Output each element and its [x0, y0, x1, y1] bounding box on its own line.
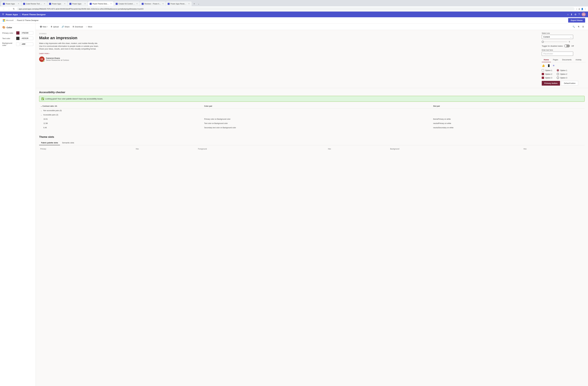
primary-color-swatch[interactable]: [16, 31, 20, 35]
share-icon: 🔗: [62, 25, 64, 28]
toggle-switch[interactable]: [564, 44, 570, 47]
tab-close-1[interactable]: ✕: [43, 2, 45, 5]
checkbox-0[interactable]: [542, 69, 544, 72]
success-icon: ✅: [41, 97, 44, 100]
more-button[interactable]: ··· More: [85, 25, 93, 29]
url-input[interactable]: [17, 7, 575, 11]
tab-favicon-7: [168, 3, 170, 5]
tab-close-2[interactable]: ✕: [64, 2, 66, 5]
theme-slots-section: Theme slots Fabric palette slots Semanti…: [36, 133, 588, 153]
tab-1[interactable]: Code Review Tool Experim... ✕: [21, 1, 47, 6]
tab-home[interactable]: Home: [542, 58, 551, 62]
topbar-home-icon[interactable]: ⌂: [567, 13, 568, 16]
acc-chevron-group-0[interactable]: ⌄: [41, 110, 42, 112]
settings-icon[interactable]: ✳: [553, 64, 555, 67]
tab-close-7[interactable]: ✕: [188, 2, 190, 5]
slider-input[interactable]: [542, 41, 567, 42]
preview-body: Make a big impression with this clean, m…: [39, 42, 99, 50]
menu-icon[interactable]: ⋮: [584, 8, 586, 10]
bg-color-swatch[interactable]: [16, 42, 20, 46]
list-toolbar-button[interactable]: ☰: [581, 25, 585, 29]
success-banner: ✅ Looking good! Your color palette doesn…: [39, 96, 585, 102]
text-input[interactable]: [542, 52, 573, 56]
select-one[interactable]: Content ⌄: [542, 35, 573, 39]
profile-icon[interactable]: 👤: [581, 8, 584, 10]
tab-label-3: Power Apps: [72, 3, 83, 5]
forward-button[interactable]: →: [7, 7, 11, 11]
select-chevron-icon: ⌄: [570, 36, 572, 38]
acc-ratio-2: 6.46: [39, 126, 203, 130]
tab-documents[interactable]: Documents: [560, 58, 574, 62]
tab-favicon-4: [90, 3, 92, 5]
download-button[interactable]: ⬇ Download: [71, 25, 84, 29]
mobile-icon[interactable]: 📱: [547, 64, 550, 67]
tab-pages[interactable]: Pages: [551, 58, 560, 62]
refresh-button[interactable]: ↻: [12, 7, 16, 11]
text-color-swatch[interactable]: [16, 37, 20, 40]
address-bar: ← → ↻ ☆ ⊕ 👤 ⋮: [0, 6, 588, 12]
tab-6[interactable]: Reviews – Power Apps ✕: [140, 1, 166, 6]
tab-label-1: Code Review Tool Experim...: [26, 3, 43, 5]
radio-0[interactable]: [557, 69, 559, 72]
new-tab-button[interactable]: ＋: [192, 1, 196, 6]
topbar-avatar[interactable]: PU: [582, 12, 586, 16]
bookmark-icon[interactable]: ☆: [576, 8, 578, 10]
back-button[interactable]: ←: [2, 7, 6, 11]
slots-tab-fabric[interactable]: Fabric palette slots: [39, 140, 60, 145]
toggle-state: Off: [571, 45, 574, 47]
checkbox-group: Option 1 ✓ Option 2 ✓ Option 3: [542, 69, 552, 79]
radio-2[interactable]: [557, 77, 559, 79]
slots-tabs: Fabric palette slots Semantic slots: [39, 140, 585, 145]
tab-7[interactable]: Power Apps Review Tool ... ✕: [166, 1, 192, 6]
preview-panel: STORIES Make an impression Make a big im…: [36, 30, 539, 65]
upload-button[interactable]: ⬆ Upload: [49, 25, 60, 29]
topbar-download-icon[interactable]: ⬇: [570, 13, 572, 16]
tab-close-5[interactable]: ✕: [136, 2, 138, 5]
tab-close-6[interactable]: ✕: [162, 2, 164, 5]
text-color-input[interactable]: [21, 37, 33, 40]
tab-favicon-6: [142, 3, 144, 5]
tab-close-0[interactable]: ✕: [18, 2, 20, 5]
share-button[interactable]: 🔗 Share: [60, 25, 71, 29]
acc-color-pair-1: Text color on Background color: [203, 121, 432, 126]
export-theme-button[interactable]: Export theme: [568, 18, 585, 22]
topbar-help-icon[interactable]: ?: [578, 13, 580, 16]
tab-2[interactable]: Power Apps ✕: [47, 1, 67, 6]
checkbox-2[interactable]: ✓: [542, 77, 544, 79]
tab-activity[interactable]: Activity: [574, 58, 584, 62]
acc-chevron-group-1[interactable]: ⌄: [41, 114, 42, 116]
tab-close-3[interactable]: ✕: [84, 2, 86, 5]
tab-overflow-button[interactable]: ⌄: [197, 1, 201, 6]
tab-5[interactable]: Creator Kit Control Refere... ✕: [114, 1, 140, 6]
filter-toolbar-button[interactable]: ⚗: [577, 25, 581, 29]
checkbox-1[interactable]: ✓: [542, 73, 544, 75]
download-icon: ⬇: [72, 25, 74, 28]
primary-color-input[interactable]: [21, 31, 33, 35]
radio-1[interactable]: [557, 73, 559, 75]
extension-icon[interactable]: ⊕: [578, 8, 580, 10]
tab-4[interactable]: Fluent Theme Designer -... ✕: [88, 1, 114, 6]
tab-0[interactable]: Power Apps ✕: [1, 1, 21, 6]
search-toolbar-button[interactable]: 🔍: [571, 25, 576, 29]
default-button[interactable]: Default button: [561, 81, 578, 86]
waffle-icon[interactable]: ⠿: [2, 13, 4, 16]
tab-close-4[interactable]: ✕: [110, 2, 112, 5]
thumbs-up-icon[interactable]: 👍: [542, 64, 545, 67]
acc-chevron-icon: ⌄: [41, 105, 42, 107]
primary-button[interactable]: Primary button: [542, 81, 560, 86]
text-group: Enter text here: [542, 49, 586, 56]
slots-table: Primary Hex Foreground Hex Background He…: [39, 147, 585, 151]
app-subtitle: Fluent Theme Designer: [22, 13, 46, 16]
bg-color-input[interactable]: [21, 42, 33, 46]
search-toolbar-icon: 🔍: [573, 26, 575, 28]
new-button[interactable]: ➕ New ▾: [39, 25, 49, 29]
select-label: Select one: [542, 32, 586, 34]
preview-left: STORIES Make an impression Make a big im…: [36, 30, 539, 88]
ms-sq-yellow: [4, 20, 5, 21]
tab-3[interactable]: Power Apps ✕: [68, 1, 88, 6]
learn-more-link[interactable]: Learn more ›: [39, 52, 536, 55]
topbar-settings-icon[interactable]: ⚙: [574, 13, 576, 16]
text-label: Enter text here: [542, 49, 586, 51]
acc-row-0: 10.01 Primary color on Background color …: [39, 117, 585, 121]
slots-tab-semantic[interactable]: Semantic slots: [60, 140, 76, 145]
